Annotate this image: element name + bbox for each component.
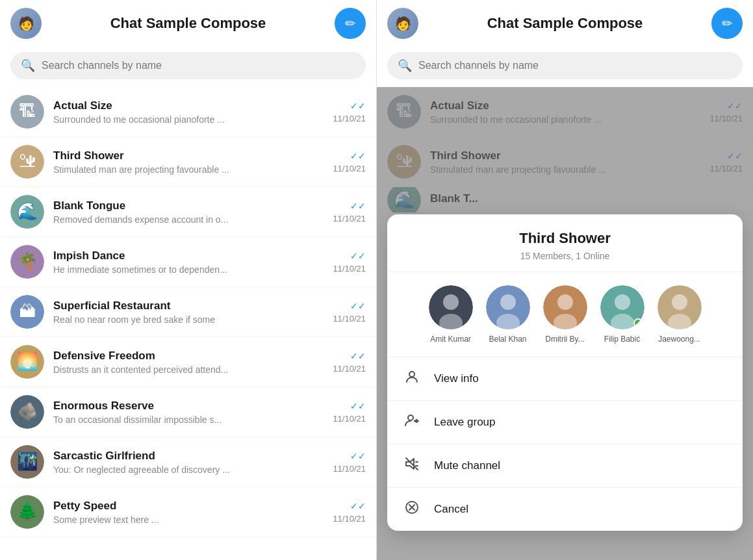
- right-search-input[interactable]: [418, 60, 732, 71]
- right-search-icon: 🔍: [398, 58, 412, 73]
- member-item-0[interactable]: Amit Kumar: [429, 285, 473, 344]
- read-check-sarcastic-girlfriend: ✓✓: [350, 451, 366, 461]
- third-shower-popup: Third Shower 15 Members, 1 Online Amit K…: [387, 214, 743, 531]
- chat-content-petty-speed: Petty Speed Some preview text here ...: [53, 500, 327, 525]
- chat-avatar-third-shower: 🏜: [10, 145, 44, 179]
- chat-item-defensive-freedom[interactable]: 🌅 Defensive Freedom Distrusts an it cont…: [0, 337, 376, 387]
- chat-time-blank-tongue: 11/10/21: [333, 214, 366, 223]
- member-name-2: Dmitrii By...: [545, 335, 584, 344]
- chat-name-petty-speed: Petty Speed: [53, 500, 327, 513]
- action-label-view-info: View info: [434, 372, 479, 385]
- chat-preview-defensive-freedom: Distrusts an it contented perceived atte…: [53, 364, 327, 375]
- chat-item-blank-tongue[interactable]: 🌊 Blank Tongue Removed demands expense a…: [0, 187, 376, 237]
- chat-name-third-shower: Third Shower: [53, 149, 327, 162]
- left-panel: 🧑 Chat Sample Compose ✏ 🔍 🏗 Actual Size …: [0, 0, 377, 560]
- chat-preview-third-shower: Stimulated man are projecting favourable…: [53, 164, 327, 175]
- left-chat-list: 🏗 Actual Size Surrounded to me occasiona…: [0, 87, 376, 560]
- chat-avatar-actual-size: 🏗: [10, 95, 44, 129]
- member-avatar-2: [543, 285, 587, 329]
- chat-avatar-sarcastic-girlfriend: 🌃: [10, 445, 44, 479]
- svg-point-40: [408, 415, 413, 420]
- member-item-2[interactable]: Dmitrii By...: [543, 285, 587, 344]
- right-search-container: 🔍: [377, 47, 753, 87]
- chat-item-enormous-reserve[interactable]: 🪨 Enormous Reserve To an occasional diss…: [0, 387, 376, 437]
- svg-text:🏜: 🏜: [19, 151, 36, 171]
- action-icon-mute-channel: [403, 456, 421, 476]
- chat-item-third-shower[interactable]: 🏜 Third Shower Stimulated man are projec…: [0, 137, 376, 187]
- chat-preview-impish-dance: He immediate sometimes or to dependen...: [53, 264, 327, 275]
- action-icon-leave-group: [403, 413, 421, 432]
- member-name-3: Filip Babić: [604, 335, 640, 344]
- member-item-1[interactable]: Belal Khan: [486, 285, 530, 344]
- chat-name-defensive-freedom: Defensive Freedom: [53, 350, 327, 363]
- chat-meta-sarcastic-girlfriend: ✓✓ 11/10/21: [333, 451, 366, 474]
- members-row: Amit Kumar Belal Khan Dmitrii By...: [387, 272, 743, 357]
- chat-name-blank-tongue: Blank Tongue: [53, 199, 327, 212]
- chat-content-sarcastic-girlfriend: Sarcastic Girlfriend You: Or neglected a…: [53, 450, 327, 475]
- chat-item-superficial-restaurant[interactable]: 🏔 Superficial Restaurant Real no near ro…: [0, 287, 376, 337]
- chat-meta-petty-speed: ✓✓ 11/10/21: [333, 501, 366, 524]
- chat-avatar-defensive-freedom: 🌅: [10, 345, 44, 379]
- read-check-enormous-reserve: ✓✓: [350, 401, 366, 411]
- popup-action-leave-group[interactable]: Leave group: [387, 401, 743, 444]
- right-compose-icon: ✏: [722, 16, 733, 31]
- left-compose-icon: ✏: [345, 16, 356, 31]
- chat-name-impish-dance: Impish Dance: [53, 249, 327, 262]
- left-search-input[interactable]: [42, 60, 355, 71]
- read-check-impish-dance: ✓✓: [350, 251, 366, 261]
- chat-avatar-impish-dance: 🌴: [10, 245, 44, 279]
- chat-preview-superficial-restaurant: Real no near room ye bred sake if some: [53, 314, 327, 325]
- read-check-petty-speed: ✓✓: [350, 501, 366, 511]
- svg-text:🌴: 🌴: [17, 251, 38, 272]
- right-search-box[interactable]: 🔍: [387, 52, 743, 79]
- chat-item-petty-speed[interactable]: 🌲 Petty Speed Some preview text here ...…: [0, 487, 376, 537]
- right-user-avatar[interactable]: 🧑: [387, 8, 418, 39]
- left-compose-button[interactable]: ✏: [335, 8, 366, 39]
- chat-name-enormous-reserve: Enormous Reserve: [53, 400, 327, 413]
- right-header: 🧑 Chat Sample Compose ✏: [377, 0, 753, 47]
- chat-preview-actual-size: Surrounded to me occasional pianoforte .…: [53, 114, 327, 125]
- popup-header: Third Shower 15 Members, 1 Online: [387, 214, 743, 272]
- chat-item-actual-size[interactable]: 🏗 Actual Size Surrounded to me occasiona…: [0, 87, 376, 137]
- member-item-3[interactable]: Filip Babić: [600, 285, 645, 344]
- chat-content-actual-size: Actual Size Surrounded to me occasional …: [53, 99, 327, 125]
- chat-item-impish-dance[interactable]: 🌴 Impish Dance He immediate sometimes or…: [0, 237, 376, 287]
- chat-avatar-blank-tongue: 🌊: [10, 195, 44, 229]
- online-indicator-3: [633, 318, 643, 327]
- svg-point-37: [672, 294, 687, 310]
- left-app-title: Chat Sample Compose: [42, 15, 335, 32]
- member-avatar-4: [657, 285, 702, 329]
- right-panel: 🧑 Chat Sample Compose ✏ 🔍 🏗 Actual Size …: [377, 0, 753, 560]
- chat-preview-enormous-reserve: To an occasional dissimilar impossible s…: [53, 414, 327, 425]
- chat-content-third-shower: Third Shower Stimulated man are projecti…: [53, 149, 327, 175]
- member-name-4: Jaewoong...: [658, 335, 700, 344]
- popup-action-mute-channel[interactable]: Mute channel: [387, 444, 743, 488]
- svg-point-39: [409, 372, 415, 377]
- svg-point-28: [500, 294, 516, 310]
- chat-time-superficial-restaurant: 11/10/21: [333, 314, 366, 324]
- right-compose-button[interactable]: ✏: [711, 8, 743, 39]
- chat-content-superficial-restaurant: Superficial Restaurant Real no near room…: [53, 299, 327, 325]
- popup-actions: View info Leave group Mute channel Cance…: [387, 357, 743, 531]
- popup-action-view-info[interactable]: View info: [387, 357, 743, 401]
- chat-time-enormous-reserve: 11/10/21: [333, 414, 366, 424]
- left-user-avatar[interactable]: 🧑: [10, 8, 42, 39]
- member-item-4[interactable]: Jaewoong...: [657, 285, 702, 344]
- chat-avatar-superficial-restaurant: 🏔: [10, 295, 44, 329]
- svg-text:🏗: 🏗: [19, 101, 36, 121]
- chat-meta-impish-dance: ✓✓ 11/10/21: [333, 251, 366, 274]
- popup-action-cancel[interactable]: Cancel: [387, 488, 743, 531]
- left-search-box[interactable]: 🔍: [10, 52, 366, 79]
- chat-name-superficial-restaurant: Superficial Restaurant: [53, 299, 327, 312]
- svg-text:🌃: 🌃: [17, 451, 38, 472]
- svg-point-31: [557, 294, 573, 310]
- action-icon-cancel: [403, 500, 421, 519]
- read-check-blank-tongue: ✓✓: [350, 201, 366, 211]
- chat-time-petty-speed: 11/10/21: [333, 514, 366, 524]
- member-name-1: Belal Khan: [489, 335, 526, 344]
- chat-content-enormous-reserve: Enormous Reserve To an occasional dissim…: [53, 400, 327, 425]
- chat-time-impish-dance: 11/10/21: [333, 264, 366, 274]
- chat-item-sarcastic-girlfriend[interactable]: 🌃 Sarcastic Girlfriend You: Or neglected…: [0, 437, 376, 487]
- chat-preview-blank-tongue: Removed demands expense account in o...: [53, 214, 327, 225]
- chat-content-defensive-freedom: Defensive Freedom Distrusts an it conten…: [53, 350, 327, 375]
